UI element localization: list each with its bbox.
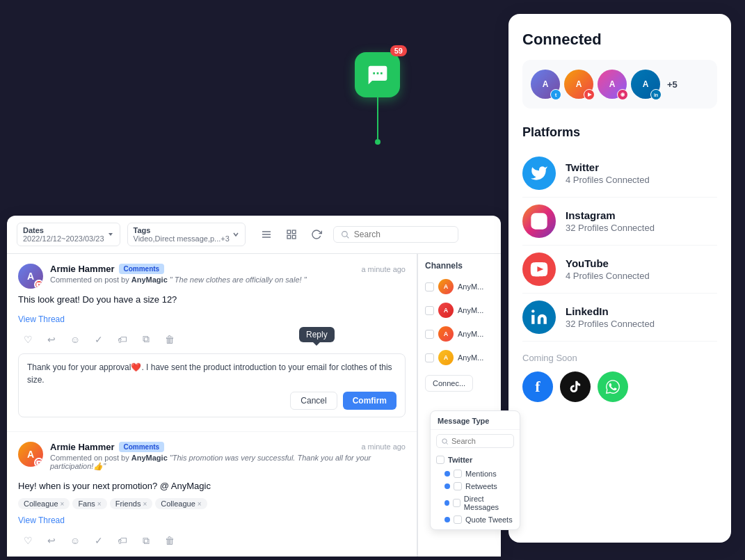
like-btn-2[interactable]: ♡ [18, 531, 38, 550]
channel-logo-3: A [438, 326, 454, 342]
mentions-label: Mentions [465, 470, 497, 478]
delete-btn-1[interactable]: 🗑 [160, 330, 179, 349]
platform-row-instagram: Instagram 32 Profiles Connected [522, 198, 717, 246]
reply-box: Thank you for your approval❤️. I have se… [18, 353, 406, 417]
message-type-search-input[interactable] [451, 437, 500, 445]
commented-line-2: Commented on post by AnyMagic "This prom… [50, 454, 406, 471]
qt-checkbox[interactable] [454, 515, 462, 524]
view-thread-1[interactable]: View Thread [18, 314, 65, 324]
delete-btn-2[interactable]: 🗑 [160, 531, 179, 550]
chat-bubble-button[interactable]: 59 [355, 52, 400, 97]
reply-btn-2[interactable]: ↩ [42, 531, 61, 550]
quote-tweets-item[interactable]: Quote Tweets [431, 513, 520, 529]
platform-row-twitter: Twitter 4 Profiles Connected [522, 150, 717, 198]
svg-point-13 [531, 310, 534, 312]
profiles-strip: A t A ▶ A ◉ A in +5 [522, 60, 717, 109]
channel-checkbox-4[interactable] [425, 353, 434, 362]
message-type-panel: Message Type Twitter Mentions Retweets D… [430, 410, 520, 530]
mentions-item[interactable]: Mentions [431, 467, 520, 480]
twitter-msg-type[interactable]: Twitter [431, 452, 520, 467]
tag-btn-1[interactable]: 🏷 [113, 330, 132, 349]
dm-checkbox[interactable] [453, 499, 460, 507]
feed-item-header-2: A Armie Hammer Comments a minute ago [18, 442, 406, 475]
search-icon-msg [441, 438, 449, 445]
copy-btn-1[interactable]: ⧉ [136, 330, 156, 349]
connect-button[interactable]: Connec... [425, 375, 473, 392]
search-icon [341, 230, 350, 239]
channel-item-2[interactable]: A AnyM... [418, 298, 501, 322]
like-btn-1[interactable]: ♡ [18, 330, 38, 349]
direct-messages-item[interactable]: Direct Messages [431, 493, 520, 513]
platform-badge-youtube-strip: ▶ [584, 89, 595, 100]
linkedin-platform-count: 32 Profiles Connected [566, 319, 717, 329]
check-btn-1[interactable]: ✓ [89, 330, 109, 349]
list-icon[interactable] [257, 225, 276, 244]
twitter-label: Twitter [448, 456, 472, 464]
profiles-more: +5 [667, 79, 678, 90]
chevron-down-icon-2 [232, 231, 239, 238]
feed-item: A Armie Hammer Comments a minute ago [7, 254, 417, 432]
tags-label: Tags Video,Direct message,p...+3 [134, 226, 230, 243]
copy-btn-2[interactable]: ⧉ [136, 531, 156, 550]
qt-dot [444, 517, 450, 522]
retweets-item[interactable]: Retweets [431, 480, 520, 493]
svg-point-10 [537, 219, 542, 224]
channel-checkbox-3[interactable] [425, 330, 434, 339]
channel-name-4: AnyM... [458, 353, 483, 362]
tag-btn-2[interactable]: 🏷 [113, 531, 132, 550]
notification-badge: 59 [390, 45, 407, 56]
channel-item-4[interactable]: A AnyM... [418, 346, 501, 369]
coming-soon-icons: f [522, 371, 717, 402]
coming-soon-label: Coming Soon [522, 353, 717, 363]
grid-icon[interactable] [282, 225, 301, 244]
bubble-stem [377, 97, 378, 139]
twitter-platform-icon [522, 157, 556, 190]
channel-checkbox-1[interactable] [425, 282, 434, 291]
platform-badge-twitter-strip: t [550, 89, 561, 100]
confirm-button[interactable]: Comfirm [343, 392, 396, 410]
svg-line-8 [447, 442, 448, 444]
youtube-platform-info: YouTube 4 Profiles Connected [566, 257, 717, 281]
emoji-btn-1[interactable]: ☺ [65, 330, 85, 349]
chat-icon [367, 64, 389, 86]
twitter-checkbox[interactable] [436, 456, 444, 464]
youtube-platform-name: YouTube [566, 257, 717, 269]
dark-background [0, 0, 494, 216]
linkedin-platform-icon [522, 301, 556, 334]
channel-checkbox-2[interactable] [425, 306, 434, 315]
mentions-checkbox[interactable] [454, 470, 462, 478]
tags-filter[interactable]: Tags Video,Direct message,p...+3 [127, 223, 246, 246]
channel-item-1[interactable]: A AnyM... [418, 275, 501, 298]
comment-tag-2: Comments [119, 442, 165, 452]
comment-tag-1: Comments [119, 264, 165, 274]
profile-avatar-2: A ▶ [564, 70, 593, 99]
commented-line-1: Commented on post by AnyMagic " The new … [50, 275, 406, 284]
instagram-platform-name: Instagram [566, 209, 717, 221]
search-input[interactable] [354, 230, 451, 239]
feed-item-2: A Armie Hammer Comments a minute ago [7, 432, 417, 557]
reply-btn-1[interactable]: ↩ [42, 330, 61, 349]
dates-filter[interactable]: Dates 2022/12/12~2023/03/23 [17, 223, 120, 246]
svg-point-11 [542, 216, 544, 218]
bubble-stem-dot [375, 139, 380, 145]
cancel-button[interactable]: Cancel [290, 392, 337, 410]
feed-item-meta-2: Armie Hammer Comments a minute ago Comme… [50, 442, 406, 475]
twitter-platform-name: Twitter [566, 161, 717, 173]
platforms-title: Platforms [522, 125, 717, 140]
platform-badge-instagram-strip: ◉ [617, 89, 628, 100]
linkedin-platform-name: LinkedIn [566, 305, 717, 317]
retweets-label: Retweets [465, 482, 497, 490]
message-type-search[interactable] [436, 434, 514, 448]
emoji-btn-2[interactable]: ☺ [65, 531, 85, 550]
search-box[interactable] [333, 226, 458, 243]
channel-item-3[interactable]: A AnyM... [418, 322, 501, 346]
refresh-icon[interactable] [307, 225, 326, 244]
platform-badge-youtube [34, 280, 43, 289]
chat-bubble-container: 59 [355, 52, 400, 145]
dm-dot [444, 500, 449, 506]
retweets-checkbox[interactable] [454, 482, 462, 490]
instagram-platform-info: Instagram 32 Profiles Connected [566, 209, 717, 233]
check-btn-2[interactable]: ✓ [89, 531, 109, 550]
view-thread-2[interactable]: View Thread [18, 515, 65, 525]
feed: A Armie Hammer Comments a minute ago [7, 254, 417, 557]
